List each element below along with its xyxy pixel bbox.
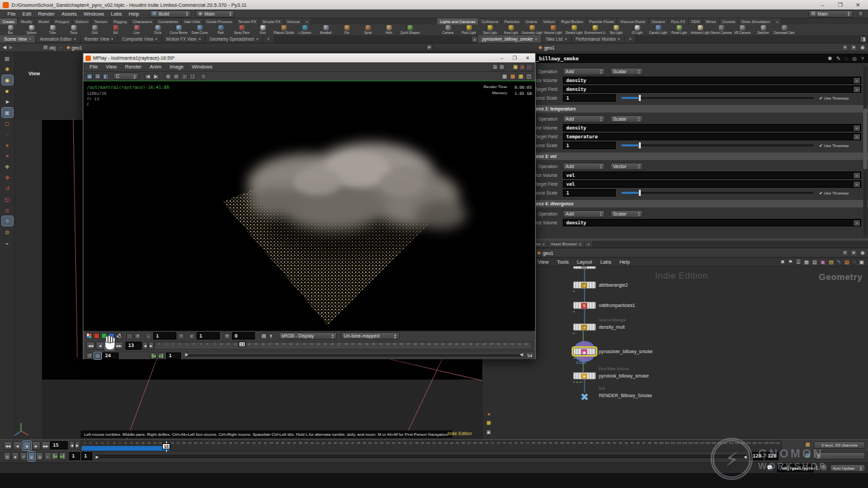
network-tab-asset-browser[interactable]: Asset Browser xyxy=(548,241,585,247)
use-timestep-checkbox-2[interactable]: ✔Use Timestep xyxy=(819,190,861,195)
mplay-close-button[interactable]: ✕ xyxy=(522,55,533,61)
wire-style-icon[interactable]: ✎ xyxy=(837,259,841,265)
view-menu-label[interactable]: View xyxy=(28,70,40,77)
menu-labs[interactable]: Labs xyxy=(108,11,125,17)
view-tool-icon[interactable]: ◒ xyxy=(2,238,13,247)
operation-mode-select-2[interactable]: Vector▲ ▼ xyxy=(610,163,643,170)
keyframe-options-icon[interactable]: ▨ xyxy=(3,452,11,461)
key-all-channels[interactable]: ▲▼ xyxy=(814,452,865,460)
layout-orange-icon[interactable]: ▦ xyxy=(509,73,516,80)
shelf-tool-stereo-camera[interactable]: Stereo Camera xyxy=(711,24,732,35)
shelf-tool-switcher[interactable]: Switcher xyxy=(753,24,774,35)
lights-icon[interactable]: ◉ xyxy=(2,75,13,85)
next-image-icon[interactable]: ▶ xyxy=(153,73,159,80)
mplay-range-start-field[interactable]: 1 xyxy=(166,352,181,359)
rgba-swatch-icon[interactable] xyxy=(86,333,92,339)
node-vdbfromparticles1[interactable]: S xyxy=(573,302,596,309)
shelf-tab-crowds[interactable]: Crowds xyxy=(719,18,739,24)
mplay-menu-image[interactable]: Image xyxy=(166,64,187,70)
shelf-tool-l-system[interactable]: L-System xyxy=(294,24,315,35)
network-radial-icon[interactable]: ◉ xyxy=(859,249,866,256)
network-menu-layout[interactable]: Layout xyxy=(574,259,596,265)
home-view-icon[interactable]: ⌂ xyxy=(181,73,188,80)
help-icon[interactable]: ? xyxy=(857,10,864,17)
shelf-tool-grid[interactable]: Grid xyxy=(84,24,105,35)
timeline-ruler[interactable]: 15 1234567891011121314151617181920212223… xyxy=(81,441,782,451)
colorspace-selector[interactable]: sRGB - Display▲▼ xyxy=(279,332,337,340)
shelf-tool-sky-light[interactable]: Sky Light xyxy=(606,24,627,35)
breadcrumb-obj[interactable]: ▤obj xyxy=(41,45,58,50)
mplay-record-icon[interactable]: ● xyxy=(519,64,526,70)
audio-options-icon[interactable]: ◈ xyxy=(12,452,19,461)
message-bubble-icon[interactable]: 💬 xyxy=(766,464,773,471)
snapshot-icon[interactable]: ▣ xyxy=(484,428,493,436)
mplay-to-start-button[interactable]: ◀◀ xyxy=(86,342,95,350)
operation-mode-select-1[interactable]: Scalar▲ ▼ xyxy=(610,115,643,123)
mplay-window-icon-2[interactable]: ⧉ xyxy=(498,64,505,70)
shelf-tool-tube[interactable]: Tube xyxy=(42,24,63,35)
tonemap-selector[interactable]: Un-tone-mapped▲▼ xyxy=(341,332,399,340)
source-scale-field-2[interactable]: 1 xyxy=(563,189,616,197)
shelf-tab-lights-and-cameras[interactable]: Lights and Cameras xyxy=(437,18,479,24)
shelf-tab-hair-utils[interactable]: Hair Utils xyxy=(182,18,204,24)
shelf-tab-constraints[interactable]: Constraints xyxy=(155,18,181,24)
network-menu-tools[interactable]: Tools xyxy=(553,259,572,265)
fps-field[interactable]: 24 xyxy=(102,352,119,359)
image-info-icon[interactable]: i xyxy=(200,73,207,80)
shelf-tool-geometry-light[interactable]: Geometry Light xyxy=(521,24,542,35)
network-graph[interactable]: Indie Edition Geometry ⚡attribwrangle2●S… xyxy=(494,266,868,439)
pane-tab-render-view[interactable]: Render View xyxy=(81,35,118,43)
zoom-out-icon[interactable]: ⊖ xyxy=(173,73,180,80)
tile-view-icon[interactable]: ⊞ xyxy=(94,73,101,80)
lut-dropdown-icon[interactable]: ▾ xyxy=(269,333,273,340)
menu-render[interactable]: Render xyxy=(35,11,58,17)
shelf-tab-modify[interactable]: Modify xyxy=(18,18,35,24)
alpha-channel-icon[interactable] xyxy=(116,333,122,339)
node-pyrosolver-billowy-smoke[interactable]: ◉ xyxy=(573,348,596,355)
list-icon[interactable]: ☰ xyxy=(796,259,801,265)
brush-pick-icon[interactable]: ● xyxy=(2,140,13,150)
split-view-icon[interactable]: ◧ xyxy=(102,73,109,80)
shelf-tool-quick-shapes[interactable]: Quick Shapes xyxy=(399,24,420,35)
network-menu-help[interactable]: Help xyxy=(616,259,633,265)
pane-menu-icon[interactable]: ▪ xyxy=(471,36,478,43)
shelf-tool-draw-curve[interactable]: Draw Curve xyxy=(189,24,210,35)
to-end-button[interactable]: ▶▶ xyxy=(41,441,50,450)
tree-view-icon[interactable]: ▥ xyxy=(812,259,817,265)
shelf-tool-spray-paint[interactable]: Spray Paint xyxy=(231,24,252,35)
brush-icon[interactable]: ✎ xyxy=(836,56,841,62)
laser-pick-icon[interactable]: ✦ xyxy=(2,151,13,161)
exposure-icon[interactable]: ☀ xyxy=(134,333,141,340)
mplay-titlebar[interactable]: MPlay - /out/mantra1(raytrace)-16:59* – … xyxy=(83,54,535,62)
green-channel-icon[interactable] xyxy=(101,333,107,339)
shelf-tab-guide-process[interactable]: Guide Process xyxy=(203,18,235,24)
find-icon[interactable]: ◌ xyxy=(852,259,855,265)
mplay-window[interactable]: MPlay - /out/mantra1(raytrace)-16:59* – … xyxy=(83,53,536,359)
shelf-tab-deform[interactable]: Deform xyxy=(73,18,92,24)
path-spinner[interactable]: ▲▼ xyxy=(815,465,818,470)
shelf-tab-terrain-fx[interactable]: Terrain FX xyxy=(235,18,260,24)
main-right-selector[interactable]: ▤ Main▲▼ xyxy=(808,10,853,18)
shelf-tool-platonic-solids[interactable]: Platonic Solids xyxy=(273,24,294,35)
pane-tab-scene-view[interactable]: Scene View xyxy=(0,35,36,43)
pivot-tool-icon[interactable]: ◎ xyxy=(2,205,13,215)
gamma-minus-button[interactable]: - xyxy=(145,333,152,340)
shelf-tab-item[interactable]: + xyxy=(303,18,311,24)
to-start-button[interactable]: ◀◀ xyxy=(3,441,12,450)
shelf-tab-characters[interactable]: Characters xyxy=(130,18,155,24)
shelf-tool-spiral[interactable]: Spiral xyxy=(357,24,378,35)
shelf-tool-caustic-light[interactable]: Caustic Light xyxy=(648,24,669,35)
shelf-tool-torus[interactable]: Torus xyxy=(63,24,84,35)
grid-view-icon[interactable]: ▦ xyxy=(804,259,809,265)
range-start-button[interactable]: ▐◀ xyxy=(51,452,58,460)
scale-tool-icon[interactable]: ◱ xyxy=(2,195,13,204)
range-start-field[interactable]: 1 xyxy=(81,452,92,460)
mplay-menu-anim[interactable]: Anim xyxy=(146,64,165,70)
operation-select-2[interactable]: Add▲ ▼ xyxy=(563,163,605,170)
shelf-tool-distant-light[interactable]: Distant Light xyxy=(564,24,585,35)
pose-icon[interactable]: ✚ xyxy=(2,162,13,171)
source-volume-field-2[interactable]: vel▾ xyxy=(563,171,861,179)
network-menu-view[interactable]: View xyxy=(534,259,552,265)
snap-tool-icon[interactable]: ◍ xyxy=(2,227,13,237)
shelf-tool-metaball[interactable]: Metaball xyxy=(315,24,336,35)
